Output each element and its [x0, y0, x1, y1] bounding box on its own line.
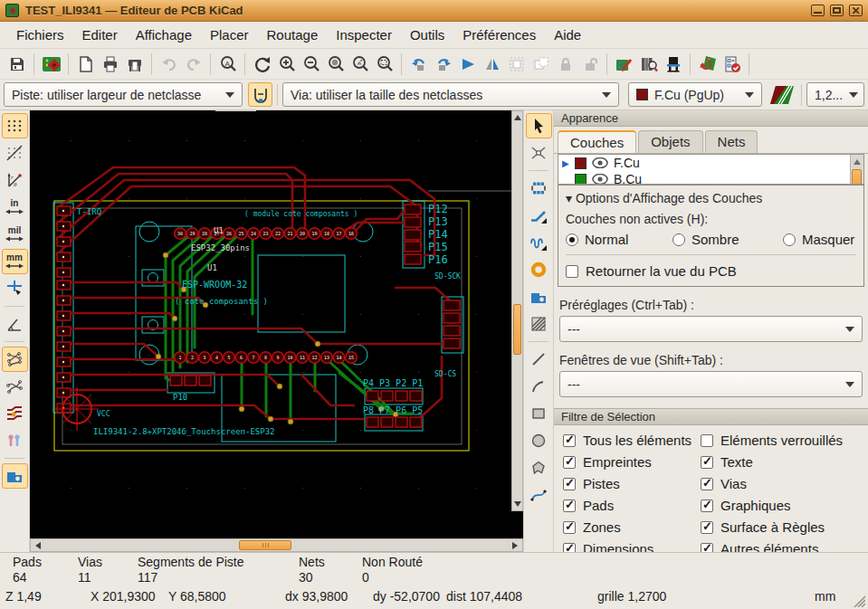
3d-viewer-button[interactable] — [661, 52, 685, 76]
checkbox-icon[interactable] — [701, 456, 713, 469]
draw-circle-button[interactable] — [526, 428, 552, 453]
zoom-out-button[interactable] — [299, 52, 323, 76]
units-inches-button[interactable]: in — [2, 195, 28, 220]
lock-button[interactable] — [553, 52, 577, 76]
checkbox-icon[interactable] — [701, 521, 713, 534]
scroll-up-icon[interactable] — [514, 115, 521, 120]
checkbox-icon[interactable] — [563, 521, 576, 534]
rotate-cw-button[interactable] — [431, 52, 455, 76]
add-zone-button[interactable] — [526, 284, 552, 309]
layer-list-scrollbar[interactable] — [850, 155, 863, 184]
update-pcb-button[interactable] — [695, 52, 720, 76]
visibility-eye-icon[interactable] — [592, 157, 608, 168]
free-angle-mode-button[interactable] — [2, 311, 28, 337]
layer-color-swatch[interactable] — [575, 157, 587, 169]
layer-pair-button[interactable] — [768, 82, 796, 107]
visibility-eye-icon[interactable] — [592, 174, 608, 185]
filter-zones[interactable]: Zones — [563, 519, 699, 535]
zoom-fit-button[interactable] — [323, 52, 348, 76]
units-mils-button[interactable]: mil — [2, 222, 28, 247]
save-button[interactable] — [5, 52, 29, 76]
rotate-ccw-button[interactable] — [406, 52, 431, 76]
grid-override-button[interactable] — [2, 140, 28, 166]
tab-couches[interactable]: Couches — [558, 130, 636, 153]
pcb-canvas[interactable]: 3029 2827 2625 2423 2221 2019 1817 16 — [30, 110, 511, 525]
curved-ratsnest-button[interactable] — [2, 374, 28, 399]
radio-icon[interactable] — [672, 233, 685, 246]
radio-icon[interactable] — [783, 233, 796, 246]
flip-board-checkbox[interactable]: Retourner la vue du PCB — [566, 263, 856, 279]
close-button[interactable]: ✕ — [849, 5, 863, 16]
menu-fichiers[interactable]: Fichiers — [7, 24, 73, 46]
grid-select-dropdown[interactable]: 1,2... — [806, 82, 864, 107]
checkbox-icon[interactable] — [701, 478, 713, 490]
layer-row-bcu[interactable]: B.Cu — [558, 171, 863, 185]
draw-arc-button[interactable] — [526, 374, 552, 399]
polar-coordinates-button[interactable]: rθ — [2, 167, 28, 193]
filter-autres-elements[interactable]: Autres éléments — [701, 541, 868, 552]
checkbox-icon[interactable] — [701, 500, 713, 512]
cursor-shape-button[interactable] — [2, 276, 28, 301]
add-keepout-button[interactable] — [526, 311, 552, 337]
ungroup-button[interactable] — [529, 52, 553, 76]
filter-texte[interactable]: Texte — [701, 454, 868, 470]
refresh-button[interactable] — [250, 52, 274, 76]
route-tracks-button[interactable] — [526, 203, 552, 228]
drc-button[interactable] — [720, 52, 744, 76]
flip-horizontal-button[interactable] — [455, 52, 480, 76]
filter-pistes[interactable]: Pistes — [563, 476, 699, 491]
checkbox-icon[interactable] — [701, 434, 713, 447]
radio-normal[interactable]: Normal — [566, 232, 672, 247]
zoom-in-button[interactable] — [274, 52, 299, 76]
checkbox-icon[interactable] — [563, 456, 576, 469]
highlight-net-button[interactable] — [526, 140, 552, 166]
flip-vertical-button[interactable] — [480, 52, 504, 76]
undo-button[interactable] — [157, 52, 181, 76]
zoom-objects-button[interactable] — [348, 52, 372, 76]
filter-graphiques[interactable]: Graphiques — [701, 498, 868, 513]
unlock-button[interactable] — [577, 52, 602, 76]
footprint-editor-button[interactable] — [612, 52, 636, 76]
active-layer-dropdown[interactable]: F.Cu (PgUp) — [628, 82, 762, 107]
filter-pads[interactable]: Pads — [563, 498, 699, 513]
menu-editer[interactable]: Editer — [73, 24, 127, 46]
auto-track-width-button[interactable] — [248, 82, 272, 107]
track-width-dropdown[interactable]: Piste: utiliser largeur de netclasse — [4, 82, 243, 107]
radio-icon[interactable] — [566, 233, 578, 246]
vertical-scrollbar[interactable] — [511, 110, 523, 511]
filter-surface-a-regles[interactable]: Surface à Règles — [701, 519, 868, 535]
library-browser-button[interactable] — [636, 52, 661, 76]
presets-dropdown[interactable]: --- — [559, 316, 863, 342]
layer-list[interactable]: ▶ F.Cu B.Cu — [558, 154, 864, 185]
pad-display-mode-button[interactable] — [2, 428, 28, 453]
layer-row-fcu[interactable]: ▶ F.Cu — [558, 155, 863, 171]
filter-empreintes[interactable]: Empreintes — [563, 454, 699, 470]
filter-elements-verrouilles[interactable]: Eléments verrouillés — [701, 433, 868, 448]
redo-button[interactable] — [181, 52, 205, 76]
menu-inspecter[interactable]: Inspecter — [327, 24, 401, 46]
scroll-down-icon[interactable] — [514, 501, 521, 507]
print-button[interactable] — [98, 52, 122, 76]
page-settings-button[interactable] — [73, 52, 98, 76]
checkbox-icon[interactable] — [566, 265, 578, 278]
select-tool-button[interactable] — [526, 113, 552, 138]
layer-color-swatch[interactable] — [575, 174, 587, 186]
checkbox-icon[interactable] — [563, 478, 576, 490]
scroll-up-icon[interactable] — [854, 159, 861, 165]
filter-dimensions[interactable]: Dimensions — [563, 541, 699, 552]
vertical-scroll-thumb[interactable] — [513, 304, 521, 355]
draw-line-button[interactable] — [526, 347, 552, 372]
layer-scroll-thumb[interactable] — [852, 169, 862, 185]
checkbox-icon[interactable] — [563, 500, 576, 512]
units-mm-button[interactable]: mm — [2, 249, 28, 274]
draw-polygon-button[interactable] — [526, 455, 552, 481]
add-via-button[interactable] — [526, 257, 552, 282]
menu-affichage[interactable]: Affichage — [127, 24, 201, 46]
checkbox-icon[interactable] — [563, 543, 576, 553]
grid-visibility-button[interactable] — [2, 113, 28, 138]
menu-routage[interactable]: Routage — [258, 24, 328, 46]
filter-vias[interactable]: Vias — [701, 476, 868, 491]
menu-placer[interactable]: Placer — [201, 24, 258, 46]
outline-display-mode-button[interactable] — [2, 463, 28, 489]
zoom-selection-button[interactable] — [372, 52, 396, 76]
